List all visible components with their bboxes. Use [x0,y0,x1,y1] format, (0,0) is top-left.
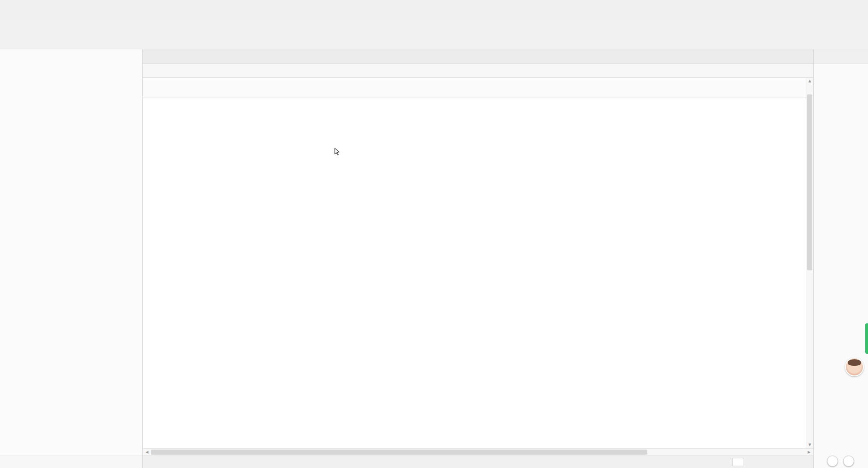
sidebar-search-bar [0,456,142,468]
tab-bar [143,49,813,64]
vertical-scrollbar[interactable]: ▲ ▼ [806,78,813,448]
connection-tree [0,62,142,456]
pause-recording-button[interactable] [827,456,838,467]
pagination [725,458,748,466]
field-header [814,64,868,70]
main-toolbar [0,21,868,49]
table-toolbar [143,64,813,78]
properties-panel [813,49,868,468]
scroll-left-arrow[interactable]: ◀ [144,449,150,456]
grid-area: ▲ ▼ [143,78,813,448]
vertical-scroll-thumb[interactable] [807,94,812,270]
scroll-down-arrow[interactable]: ▼ [806,442,813,448]
panel-header [814,49,868,64]
assistant-robot-button[interactable] [849,224,862,237]
grid-header [143,78,806,98]
main-area: ▲ ▼ ◀ ▶ [0,49,868,468]
scroll-up-arrow[interactable]: ▲ [806,78,813,84]
screen-recorder-overlay [822,456,864,467]
side-handle[interactable] [865,323,868,354]
horizontal-scroll-thumb[interactable] [151,450,647,455]
horizontal-scrollbar[interactable]: ◀ ▶ [143,448,813,456]
page-number-input[interactable] [732,458,744,466]
scroll-right-arrow[interactable]: ▶ [806,449,812,456]
record-button[interactable] [843,456,854,467]
navicat-window: ▲ ▼ ◀ ▶ [0,0,868,468]
sidebar [0,49,143,468]
floating-avatar[interactable] [845,357,864,376]
data-grid [143,78,806,448]
title-bar [0,0,868,9]
sidebar-header [0,49,142,62]
mouse-cursor [333,147,341,158]
content-area: ▲ ▼ ◀ ▶ [143,49,813,468]
grid-bottom-toolbar [143,456,813,468]
menu-bar [0,9,868,21]
